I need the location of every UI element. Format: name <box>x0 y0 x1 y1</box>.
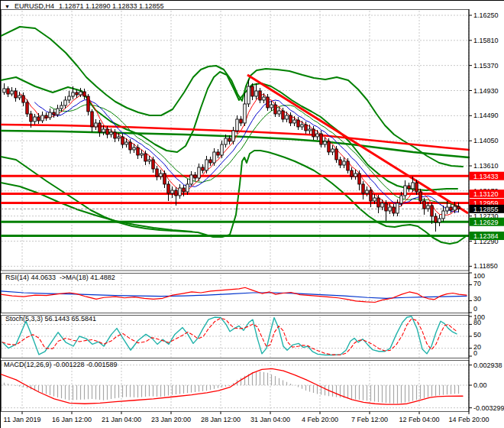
candle-body <box>160 173 162 177</box>
candle-body <box>141 154 143 155</box>
candle-body <box>381 203 383 207</box>
candle-body <box>278 111 280 114</box>
candle-body <box>320 134 322 144</box>
descending-trendline <box>247 75 468 213</box>
candle-body <box>377 198 380 207</box>
candle-body <box>301 125 303 127</box>
candle-body <box>404 186 406 196</box>
candle-body <box>351 170 353 177</box>
candle-body <box>354 173 357 177</box>
candle-body <box>393 207 395 213</box>
price-axis-label: 1.14050 <box>473 137 499 144</box>
candle-body <box>438 219 441 222</box>
collapse-icon[interactable]: ▼ <box>5 3 10 10</box>
candle-body <box>328 141 330 152</box>
indicator-axis-label: 70 <box>473 280 481 287</box>
chart-title-bar: ▼ EURUSD,H4 1.12871 1.12890 1.12833 1.12… <box>5 2 164 10</box>
terminal-window: ▼ EURUSD,H4 1.12871 1.12890 1.12833 1.12… <box>0 0 504 428</box>
candle-body <box>297 120 299 127</box>
candle-body <box>198 167 200 178</box>
candle-body <box>362 184 364 193</box>
candle-body <box>148 160 150 161</box>
candle-body <box>118 137 120 138</box>
candle-body <box>156 169 158 177</box>
main-panel-frame <box>2 10 470 271</box>
candle-body <box>221 144 223 155</box>
candle-body <box>217 152 219 155</box>
candle-body <box>454 206 456 210</box>
candle-body <box>309 129 311 131</box>
candle-body <box>3 89 5 92</box>
rsi-line <box>1 287 467 302</box>
candle-body <box>183 188 185 192</box>
candle-body <box>194 175 196 178</box>
bollinger-lower-line <box>1 151 465 244</box>
candle-body <box>270 105 273 108</box>
time-axis-label: 21 Jan 04:00 <box>102 416 141 423</box>
candle-body <box>22 96 24 102</box>
symbol-timeframe-label: EURUSD,H4 <box>15 2 54 10</box>
candle-body <box>125 142 128 144</box>
macd-axis-label: 0.00 <box>473 381 487 389</box>
price-axis-label: 1.14930 <box>473 87 499 95</box>
price-axis-label: 1.11850 <box>473 262 498 270</box>
candle-body <box>205 160 208 170</box>
candle-body <box>209 160 212 163</box>
candle-body <box>228 138 231 141</box>
stoch-indicator-label: Stoch(5,3,3) 56.1443 65.5841 <box>5 315 96 323</box>
candle-body <box>373 198 376 201</box>
price-badge-label: 1.12629 <box>473 219 499 226</box>
candle-body <box>121 137 124 144</box>
candle-body <box>152 160 154 169</box>
candle-body <box>236 119 238 131</box>
candle-body <box>347 161 349 170</box>
time-axis-label: 23 Jan 20:00 <box>151 416 191 423</box>
price-axis-label: 1.15370 <box>473 62 499 70</box>
candle-body <box>45 115 47 118</box>
macd-axis-label: 0.002938 <box>473 362 502 369</box>
candle-body <box>106 129 108 135</box>
candle-body <box>331 149 334 152</box>
macd-indicator-label: MACD(12,26,9) -0.001228 -0.001589 <box>4 361 118 368</box>
indicator-axis-label: 100 <box>473 272 485 280</box>
candle-body <box>305 125 307 131</box>
candle-body <box>7 89 9 94</box>
candle-body <box>293 120 296 123</box>
candle-body <box>190 175 192 184</box>
indicator-axis-label: 30 <box>473 295 481 303</box>
candle-body <box>99 123 101 132</box>
candle-body <box>144 154 147 161</box>
candle-body <box>79 92 82 95</box>
candle-body <box>450 207 452 210</box>
time-axis-label: 4 Feb 20:00 <box>302 416 338 423</box>
candle-body <box>202 167 204 170</box>
price-badge-label: 1.12384 <box>473 232 499 240</box>
candle-body <box>87 96 89 112</box>
time-axis-label: 28 Jan 12:00 <box>201 416 241 423</box>
candle-body <box>18 96 21 98</box>
candle-body <box>72 92 74 96</box>
candle-body <box>179 188 181 196</box>
candle-body <box>110 132 112 135</box>
candle-body <box>186 184 189 192</box>
candle-body <box>83 92 86 96</box>
macd-axis-label: -0.003299 <box>473 404 504 412</box>
candle-body <box>57 109 59 115</box>
candle-body <box>175 190 177 196</box>
time-axis-label: 16 Jan 12:00 <box>52 416 92 423</box>
candle-body <box>244 104 246 123</box>
indicator-axis-label: 0 <box>473 305 477 313</box>
candle-body <box>324 141 326 144</box>
candle-body <box>255 91 257 96</box>
candle-body <box>415 183 418 192</box>
candle-body <box>259 91 261 100</box>
candle-body <box>423 201 425 209</box>
indicator-axis-label: 50 <box>473 331 481 339</box>
candle-body <box>232 131 234 141</box>
candle-body <box>419 192 422 201</box>
candle-body <box>11 91 13 94</box>
ohlc-readout: 1.12871 1.12890 1.12833 1.12855 <box>59 2 164 10</box>
price-axis-label: 1.15810 <box>473 37 499 44</box>
candle-body <box>366 190 368 193</box>
candle-body <box>431 206 433 216</box>
